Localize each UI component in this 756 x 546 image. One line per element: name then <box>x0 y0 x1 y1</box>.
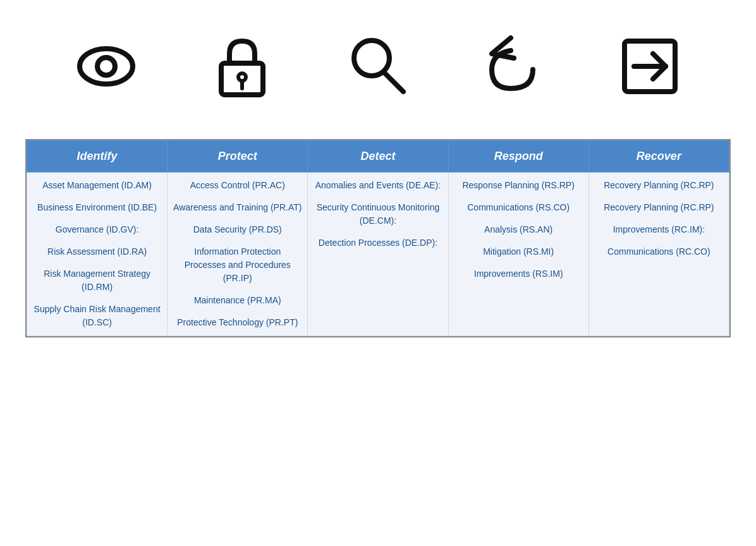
header-protect: Protect <box>168 141 308 173</box>
list-item: Detection Processes (DE.DP): <box>313 236 442 250</box>
icons-row <box>25 19 731 114</box>
list-item: Business Environment (ID.BE) <box>32 201 162 214</box>
list-item: Risk Management Strategy (ID.RM) <box>32 267 162 294</box>
svg-line-6 <box>384 73 403 92</box>
list-item: Asset Management (ID.AM) <box>32 179 162 192</box>
respond-column: Response Planning (RS.RP)Communications … <box>448 173 588 336</box>
detect-column: Anomalies and Events (DE.AE):Security Co… <box>308 173 448 336</box>
framework-table: Identify Protect Detect Respond Recover … <box>25 139 731 337</box>
list-item: Communications (RC.CO) <box>594 245 724 258</box>
detect-icon-wrapper <box>321 25 435 107</box>
list-item: Analysis (RS.AN) <box>454 223 583 236</box>
eye-icon <box>71 32 141 101</box>
list-item: Communications (RS.CO) <box>454 201 583 214</box>
respond-icon-wrapper <box>457 25 571 107</box>
recover-icon-wrapper <box>593 25 707 107</box>
protect-column: Access Control (PR.AC)Awareness and Trai… <box>168 173 308 336</box>
svg-point-1 <box>97 58 115 75</box>
list-item: Risk Assessment (ID.RA) <box>32 245 162 258</box>
list-item: Improvements (RC.IM): <box>594 223 724 236</box>
svg-point-0 <box>80 49 133 84</box>
header-detect: Detect <box>308 141 448 173</box>
header-respond: Respond <box>448 141 588 173</box>
list-item: Access Control (PR.AC) <box>173 179 302 192</box>
list-item: Security Continuous Monitoring (DE.CM): <box>313 201 442 228</box>
list-item: Protective Technology (PR.PT) <box>173 316 302 329</box>
list-item: Information Protection Processes and Pro… <box>173 245 302 285</box>
protect-icon-wrapper <box>185 25 299 107</box>
identify-icon-wrapper <box>49 25 163 107</box>
respond-icon <box>479 32 549 101</box>
list-item: Awareness and Training (PR.AT) <box>173 201 302 214</box>
list-item: Anomalies and Events (DE.AE): <box>313 179 442 192</box>
search-icon <box>343 32 413 101</box>
header-recover: Recover <box>588 141 729 173</box>
list-item: Recovery Planning (RC.RP) <box>594 201 724 214</box>
list-item: Mitigation (RS.MI) <box>454 245 583 258</box>
list-item: Improvements (RS.IM) <box>454 267 583 281</box>
list-item: Recovery Planning (RC.RP) <box>594 179 724 192</box>
list-item: Supply Chain Risk Management (ID.SC) <box>32 303 162 329</box>
list-item: Maintenance (PR.MA) <box>173 294 302 307</box>
list-item: Governance (ID.GV): <box>32 223 162 236</box>
list-item: Response Planning (RS.RP) <box>454 179 583 192</box>
identify-column: Asset Management (ID.AM)Business Environ… <box>27 173 168 336</box>
lock-icon <box>207 32 277 101</box>
header-identify: Identify <box>27 141 168 173</box>
recover-column: Recovery Planning (RC.RP)Recovery Planni… <box>588 173 729 336</box>
list-item: Data Security (PR.DS) <box>173 223 302 236</box>
recover-icon <box>615 32 685 101</box>
